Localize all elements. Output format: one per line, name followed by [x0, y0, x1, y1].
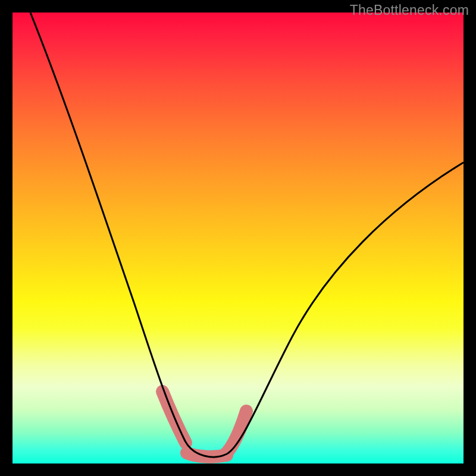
watermark-text: TheBottleneck.com — [350, 2, 469, 18]
bottleneck-curve — [12, 12, 464, 464]
main-curve — [30, 12, 464, 457]
